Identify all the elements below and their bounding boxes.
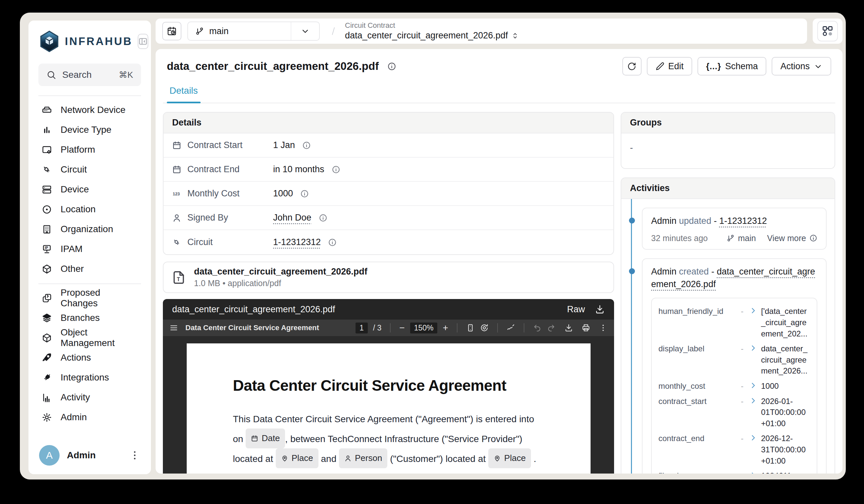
sidebar-item[interactable]: IP IPAM [39, 239, 140, 259]
kebab-menu-icon[interactable] [129, 450, 140, 461]
download-icon[interactable] [564, 324, 573, 332]
pdf-viewer-header: data_center_circuit_agreement_2026.pdf R… [163, 299, 614, 320]
sidebar-item[interactable]: Circuit [39, 160, 140, 179]
calendar-icon [172, 141, 181, 150]
info-icon[interactable] [387, 62, 396, 71]
git-branch-icon [195, 27, 204, 35]
branch-caret[interactable] [291, 22, 319, 40]
activity-properties: human_friendly_id - ['data_center_circui… [651, 298, 817, 473]
property-value: ['data_center_circuit_agreement_202... [759, 305, 810, 339]
fit-page-icon[interactable] [466, 324, 475, 332]
tab-bar: Details [163, 85, 835, 103]
sidebar-item[interactable]: Device Type [39, 120, 140, 140]
property-value: 2026-12-31T00:00:00+01:00 [759, 433, 810, 466]
info-icon[interactable] [300, 189, 309, 198]
details-column: Details Contract Start 1 [163, 112, 614, 473]
raw-link[interactable]: Raw [567, 304, 585, 315]
sidebar-item[interactable]: Object Management [39, 328, 140, 348]
sidebar-item[interactable]: Proposed Changes [39, 288, 140, 308]
sidebar: INFRAHUB Search ⌘K Network Device [28, 21, 151, 474]
file-attachment[interactable]: T data_center_circuit_agreement_2026.pdf… [163, 262, 614, 293]
breadcrumb-item[interactable]: data_center_circuit_agreement_2026.pdf [345, 30, 508, 41]
chevrons-updown-icon[interactable] [511, 32, 519, 40]
corner-card [813, 19, 842, 44]
schema-button[interactable]: {...} Schema [697, 57, 766, 75]
sidebar-item[interactable]: Device [39, 179, 140, 199]
sidebar-item[interactable]: Other [39, 259, 140, 279]
sidebar-item[interactable]: Integrations [39, 368, 140, 387]
brand-header: INFRAHUB [37, 31, 142, 52]
sidebar-collapse-button[interactable] [138, 34, 148, 49]
refresh-icon [627, 62, 636, 71]
zoom-out-button[interactable]: − [399, 323, 405, 333]
side-column: Groups - Activities Admin updated - [621, 112, 835, 473]
detail-label: Monthly Cost [187, 189, 240, 199]
page-total: / 3 [373, 324, 382, 333]
undo-icon[interactable] [533, 324, 542, 332]
menu-icon[interactable] [169, 324, 178, 332]
info-icon[interactable] [328, 238, 337, 247]
groups-value: - [621, 133, 835, 168]
schema-label: Schema [725, 61, 758, 72]
more-options-icon[interactable] [599, 324, 608, 332]
sidebar-item-label: Device [61, 184, 89, 195]
download-icon[interactable] [595, 304, 605, 314]
device-type-icon [42, 125, 52, 135]
svg-text:IP: IP [45, 245, 48, 249]
activity-actor: Admin [651, 266, 677, 276]
sidebar-item[interactable]: Admin [39, 407, 140, 427]
platform-icon [42, 145, 52, 155]
nav-secondary: Proposed Changes Branches Object Managem… [37, 287, 142, 427]
sidebar-item[interactable]: Activity [39, 387, 140, 407]
date-badge: Date [245, 429, 285, 448]
search-input[interactable]: Search ⌘K [38, 63, 141, 86]
sidebar-item-label: Platform [61, 144, 95, 155]
info-icon[interactable] [332, 165, 340, 174]
info-icon[interactable] [302, 141, 311, 150]
info-icon[interactable] [319, 214, 327, 222]
redo-icon[interactable] [547, 324, 555, 332]
sidebar-item-label: Admin [61, 412, 87, 422]
file-text-icon: T [171, 270, 186, 285]
brand-name: INFRAHUB [65, 35, 132, 48]
calendar-clock-icon [167, 26, 177, 36]
edit-button[interactable]: Edit [647, 57, 693, 75]
branch-selector[interactable]: main [187, 22, 320, 41]
user-name: Admin [67, 450, 96, 460]
refresh-button[interactable] [622, 57, 641, 75]
annotate-icon[interactable] [506, 324, 515, 332]
view-more-link[interactable]: View more [767, 233, 817, 243]
activities-card: Activities Admin updated - 1-12312312 [621, 178, 835, 473]
sidebar-item[interactable]: Network Device [39, 100, 140, 120]
sidebar-item[interactable]: Branches [39, 308, 140, 328]
property-row: monthly_cost - 1000 [658, 379, 810, 394]
sidebar-item-label: Location [61, 204, 96, 215]
print-icon[interactable] [581, 324, 590, 332]
pdf-viewport[interactable]: Data Center Circuit Service Agreement Th… [163, 336, 614, 473]
page-number-input[interactable]: 1 [356, 323, 368, 334]
activity-action: created [679, 266, 709, 276]
file-name: data_center_circuit_agreement_2026.pdf [194, 266, 368, 277]
actions-dropdown-button[interactable]: Actions [772, 57, 831, 75]
property-row: file_size - 1084611 [658, 468, 810, 473]
search-icon [46, 70, 56, 80]
sidebar-item[interactable]: Organization [39, 219, 140, 239]
activity-target-link[interactable]: 1-12312312 [719, 216, 767, 226]
device-icon [42, 184, 52, 195]
app-window: INFRAHUB Search ⌘K Network Device [20, 13, 846, 480]
sidebar-item[interactable]: Platform [39, 140, 140, 160]
tab-details[interactable]: Details [167, 85, 201, 103]
zoom-level[interactable]: 150% [410, 323, 437, 334]
number-123-icon: 123 [172, 189, 181, 199]
zoom-in-button[interactable]: + [443, 323, 448, 333]
avatar: A [39, 445, 60, 466]
sidebar-item[interactable]: Location [39, 199, 140, 219]
workflow-icon [821, 25, 833, 37]
sidebar-item[interactable]: Actions [39, 348, 140, 368]
divider [457, 323, 457, 333]
pdf-doc-title: Data Center Circuit Service Agreement [185, 324, 319, 332]
chevron-down-icon [301, 26, 310, 36]
time-travel-button[interactable] [162, 22, 181, 40]
rotate-icon[interactable] [480, 324, 489, 332]
schema-visualizer-button[interactable] [817, 21, 838, 41]
